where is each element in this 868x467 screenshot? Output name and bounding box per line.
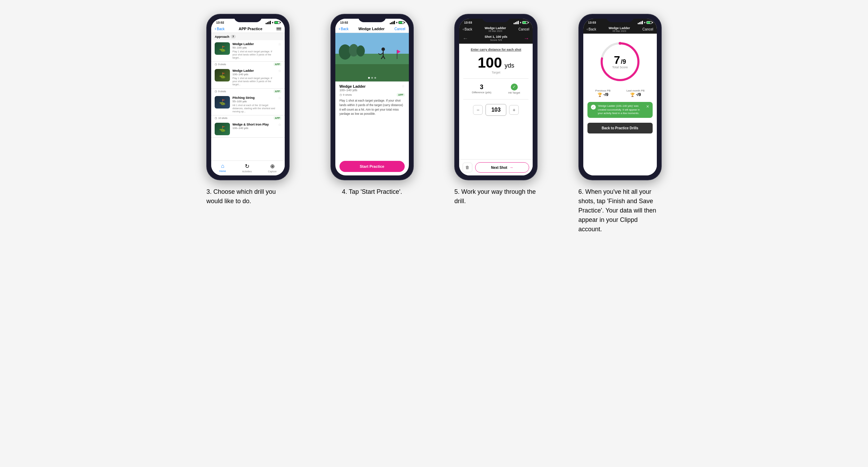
target-yds-unit: yds <box>505 62 514 69</box>
dot-2 <box>371 77 373 79</box>
screen6-body: 7 /9 Total Score Previous PB 🏆 -/9 <box>583 34 657 175</box>
carry-instruction: Enter carry distance for each shot <box>471 48 521 51</box>
tab-home[interactable]: ⌂ Home <box>220 163 226 173</box>
screen6-cancel[interactable]: Cancel <box>643 27 653 31</box>
back-drills-btn[interactable]: Back to Practice Drills <box>587 123 653 133</box>
shot-info-center: Shot 1, 100 yds Score 5/9 <box>484 35 507 42</box>
target-display: 100 yds Target <box>478 55 514 74</box>
step5-label: 5. Work your way through the drill. <box>454 187 538 206</box>
drill-yds-1: 50–100 yds <box>232 46 276 49</box>
drill-desc-1: Play 1 shot at each target yardage. If y… <box>232 50 276 59</box>
wifi-icon-6: ▾ <box>644 21 645 24</box>
back-chevron-6: ‹ <box>587 27 588 31</box>
capture-icon: ⊕ <box>270 163 275 170</box>
svg-point-4 <box>381 47 385 51</box>
success-toast: ✓ 'Wedge Ladder (100–140 yds)' was creat… <box>587 102 653 118</box>
drill-star-1: ☆ <box>278 42 281 46</box>
phone-notch-5 <box>482 15 510 22</box>
nav-back-4[interactable]: ‹ Back <box>339 26 349 31</box>
screen5-cancel[interactable]: Cancel <box>518 27 529 31</box>
phone-4: 13:02 ▾ ‹ <box>330 14 414 180</box>
step4-col: 13:02 ▾ ‹ <box>315 14 429 197</box>
score-number-row: 7 /9 <box>612 54 628 66</box>
nav-cancel-4[interactable]: Cancel <box>395 27 405 31</box>
drill-thumb-3: ⛳ <box>215 96 230 109</box>
signal-bar-1 <box>266 23 267 24</box>
step5-col: 13:03 ▾ <box>439 14 553 206</box>
drill-info-1: Wedge Ladder 50–100 yds Play 1 shot at e… <box>232 42 276 59</box>
hit-target-label: Hit Target <box>508 91 520 94</box>
nav-back-3[interactable]: ‹ Back <box>215 26 224 31</box>
screen5-topnav: ‹ Back Wedge Ladder 06 Mar 2023 Cancel <box>459 25 533 34</box>
toast-close-icon[interactable]: ✕ <box>646 104 649 109</box>
clock-icon-4: ◷ <box>340 93 342 96</box>
clock-icon-1: ◷ <box>215 63 217 66</box>
pb-row: Previous PB 🏆 -/9 Last month PB 🏆 -/9 <box>587 88 653 98</box>
drill-thumb-4: ⛳ <box>215 123 230 135</box>
shot-number: Shot 1, 100 yds <box>484 35 507 38</box>
screen5-nav: ‹ Back Wedge Ladder 06 Mar 2023 Cancel ←… <box>459 25 533 44</box>
drill-item-2[interactable]: ⛳ Wedge Ladder 100–140 yds Play 1 shot a… <box>211 67 285 88</box>
page-container: 13:02 ▾ ‹ <box>191 14 677 234</box>
trash-btn[interactable]: 🗑 <box>463 163 472 172</box>
drill-list: ⛳ Wedge Ladder 50–100 yds Play 1 shot at… <box>211 40 285 161</box>
shots-info-3: ◷ 10 shots <box>215 116 227 120</box>
signal-bar-4 <box>270 21 271 24</box>
drill-item-4[interactable]: ⛳ Wedge & Short Iron Play 100–140 yds ☆ <box>211 121 285 138</box>
drill-info-2: Wedge Ladder 100–140 yds Play 1 shot at … <box>232 69 276 86</box>
divider-5b <box>463 99 528 100</box>
nav-title-4: Wedge Ladder <box>349 27 395 31</box>
previous-pb: Previous PB 🏆 -/9 <box>595 89 611 97</box>
dot-1 <box>368 77 370 79</box>
wifi-icon-5: ▾ <box>520 21 521 24</box>
status-time-5: 13:03 <box>464 21 472 24</box>
status-icons-3: ▾ <box>266 21 280 24</box>
signal-bars-3 <box>266 21 271 24</box>
last-month-pb-label: Last month PB <box>626 89 644 92</box>
screen6-back[interactable]: ‹ Back <box>587 27 596 31</box>
drill-yds-4: 100–140 yds <box>232 127 276 130</box>
score-text-overlay: 7 /9 Total Score <box>612 54 628 69</box>
start-practice-btn[interactable]: Start Practice <box>340 161 405 172</box>
home-icon: ⌂ <box>221 163 224 169</box>
last-month-pb-value: 🏆 -/9 <box>626 92 644 97</box>
phone-screen-5: 13:03 ▾ <box>459 19 533 175</box>
back-chevron-5: ‹ <box>463 27 464 31</box>
screen6-topnav: ‹ Back Wedge Ladder 06 Mar 2023 Cancel <box>583 25 657 34</box>
drill-footer-2: ◷ 9 shots APP <box>211 89 285 94</box>
next-shot-btn[interactable]: Next Shot → <box>475 162 529 173</box>
success-check-icon: ✓ <box>591 105 596 110</box>
tab-activities[interactable]: ↻ Activities <box>242 163 252 173</box>
screen4-star: ☆ <box>402 84 405 88</box>
previous-pb-label: Previous PB <box>595 89 611 92</box>
prev-shot-arrow[interactable]: ← <box>463 35 468 42</box>
drill-name-4: Wedge & Short Iron Play <box>232 123 276 126</box>
screen4-header: Wedge Ladder 100–140 yds ☆ <box>340 84 405 92</box>
clock-icon-2: ◷ <box>215 90 217 93</box>
drill-thumb-2: ⛳ <box>215 69 230 81</box>
next-shot-arrow[interactable]: → <box>524 35 529 42</box>
next-shot-arrow-icon: → <box>509 165 514 170</box>
nav-bar-4: ‹ Back Wedge Ladder Cancel <box>335 25 409 33</box>
drill-item-3[interactable]: ⛳ Pitching String 55–100 yds Hit 1 shot … <box>211 94 285 115</box>
phone-5: 13:03 ▾ <box>454 14 538 180</box>
signal-bar-2 <box>267 22 268 24</box>
drill-item-1[interactable]: ⛳ Wedge Ladder 50–100 yds Play 1 shot at… <box>211 40 285 62</box>
stepper-minus[interactable]: − <box>473 105 483 115</box>
screen5-back[interactable]: ‹ Back <box>463 27 472 31</box>
screen5-title: Wedge Ladder <box>472 26 518 30</box>
score-dot <box>619 42 621 45</box>
screen6-date: 06 Mar 2023 <box>596 30 642 32</box>
screen5-date: 06 Mar 2023 <box>472 30 518 32</box>
drill-footer-3: ◷ 10 shots APP <box>211 115 285 121</box>
drill-yds-3: 55–100 yds <box>232 100 276 103</box>
stepper-plus[interactable]: + <box>509 105 519 115</box>
stepper-value[interactable]: 103 <box>485 104 506 116</box>
approach-label: Approach <box>215 35 229 38</box>
target-yds-big: 100 <box>478 54 502 71</box>
drill-star-3: ☆ <box>278 96 281 100</box>
hamburger-icon-3[interactable] <box>276 27 281 31</box>
back-chevron-3: ‹ <box>215 26 216 31</box>
tab-capture[interactable]: ⊕ Capture <box>268 163 277 173</box>
drill-info-3: Pitching String 55–100 yds Hit 1 shot at… <box>232 96 276 113</box>
